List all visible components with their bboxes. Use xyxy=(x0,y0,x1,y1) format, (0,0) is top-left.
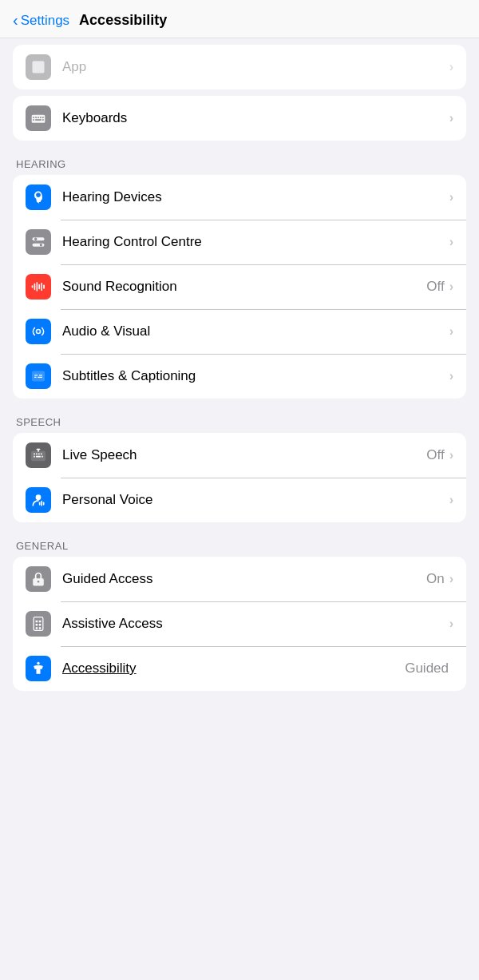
hearing-devices-label: Hearing Devices xyxy=(62,189,449,205)
nav-bar: ‹ Settings Accessibility xyxy=(0,0,479,38)
speech-group: Live Speech Off › Personal Voice › xyxy=(13,433,466,522)
assistive-access-row[interactable]: Assistive Access › xyxy=(13,601,466,646)
accessibility-shortcut-icon xyxy=(26,656,51,681)
svg-rect-25 xyxy=(34,375,38,375)
guided-access-value: On xyxy=(426,571,445,587)
partial-row[interactable]: App › xyxy=(13,45,466,89)
svg-rect-9 xyxy=(37,119,41,121)
svg-rect-20 xyxy=(41,283,42,291)
svg-rect-49 xyxy=(36,627,38,629)
keyboards-label: Keyboards xyxy=(62,110,449,126)
live-speech-value: Off xyxy=(426,447,444,463)
svg-rect-7 xyxy=(33,119,34,121)
toggle-icon-svg xyxy=(30,234,46,250)
audio-icon-svg xyxy=(30,323,46,339)
speech-section: SPEECH Live Speech Off › xyxy=(0,416,479,522)
svg-point-42 xyxy=(38,581,40,583)
svg-rect-30 xyxy=(34,454,35,455)
top-partial-group: App › xyxy=(13,45,466,89)
general-section: GENERAL Guided Access On › xyxy=(0,540,479,691)
svg-rect-32 xyxy=(38,454,40,455)
live-speech-chevron: › xyxy=(449,448,453,462)
svg-rect-48 xyxy=(39,624,42,626)
live-speech-label: Live Speech xyxy=(62,447,426,463)
svg-rect-18 xyxy=(37,282,38,292)
general-group: Guided Access On › Assistive Access › xyxy=(13,557,466,691)
svg-rect-21 xyxy=(43,285,45,289)
subtitles-captioning-icon xyxy=(26,363,51,389)
live-speech-row[interactable]: Live Speech Off › xyxy=(13,433,466,478)
sound-recognition-row[interactable]: Sound Recognition Off › xyxy=(13,264,466,309)
accessibility-icon-svg xyxy=(30,661,46,676)
page-title: Accessibility xyxy=(79,12,167,29)
sound-recognition-icon xyxy=(26,274,51,300)
svg-rect-31 xyxy=(36,454,38,455)
svg-rect-45 xyxy=(36,621,38,623)
sound-recognition-value: Off xyxy=(426,279,444,295)
keyboards-chevron: › xyxy=(449,111,453,125)
guided-access-row[interactable]: Guided Access On › xyxy=(13,557,466,601)
svg-rect-46 xyxy=(39,621,42,623)
svg-point-37 xyxy=(36,494,42,500)
svg-rect-19 xyxy=(38,284,40,290)
sound-recognition-chevron: › xyxy=(449,280,453,294)
lock-icon-svg xyxy=(30,571,46,587)
assistive-access-label: Assistive Access xyxy=(62,616,449,632)
svg-rect-34 xyxy=(34,456,35,458)
svg-point-23 xyxy=(37,330,39,332)
partial-label: App xyxy=(62,59,449,75)
svg-rect-47 xyxy=(36,624,38,626)
svg-rect-11 xyxy=(42,119,44,121)
subtitles-icon-svg xyxy=(30,368,46,384)
accessibility-shortcut-value: Guided xyxy=(405,661,449,676)
hearing-header: HEARING xyxy=(0,158,479,175)
svg-rect-4 xyxy=(38,117,39,118)
hearing-group: Hearing Devices › Hearing Control Centre… xyxy=(13,175,466,399)
accessibility-shortcut-label: Accessibility xyxy=(62,661,405,676)
live-speech-icon xyxy=(26,442,51,468)
phone-grid-icon-svg xyxy=(30,616,46,632)
keyboards-group: Keyboards › xyxy=(13,96,466,141)
keyboards-row[interactable]: Keyboards › xyxy=(13,96,466,141)
hearing-control-centre-label: Hearing Control Centre xyxy=(62,234,449,250)
svg-rect-2 xyxy=(33,117,34,118)
back-button[interactable]: ‹ Settings xyxy=(13,11,69,30)
soundwave-icon-svg xyxy=(30,279,46,295)
guided-access-label: Guided Access xyxy=(62,571,426,587)
audio-visual-row[interactable]: Audio & Visual › xyxy=(13,309,466,354)
assistive-access-icon xyxy=(26,611,51,637)
svg-rect-14 xyxy=(33,244,45,247)
personal-voice-icon xyxy=(26,487,51,513)
svg-rect-28 xyxy=(38,377,42,378)
hearing-control-centre-icon xyxy=(26,229,51,255)
personal-voice-row[interactable]: Personal Voice › xyxy=(13,478,466,522)
back-label: Settings xyxy=(21,13,69,29)
general-header: GENERAL xyxy=(0,540,479,557)
subtitles-captioning-chevron: › xyxy=(449,369,453,383)
accessibility-shortcut-row[interactable]: Accessibility Guided xyxy=(13,646,466,691)
svg-rect-3 xyxy=(35,117,37,118)
hearing-devices-icon xyxy=(26,184,51,210)
svg-rect-27 xyxy=(34,377,37,378)
keyboard-icon-svg xyxy=(30,110,46,126)
hearing-control-centre-chevron: › xyxy=(449,235,453,249)
partial-chevron: › xyxy=(449,60,453,74)
audio-visual-label: Audio & Visual xyxy=(62,323,449,339)
svg-rect-0 xyxy=(33,61,45,73)
sound-recognition-label: Sound Recognition xyxy=(62,279,426,295)
audio-visual-icon xyxy=(26,319,51,344)
svg-rect-24 xyxy=(33,371,45,381)
svg-rect-38 xyxy=(41,501,42,506)
svg-rect-50 xyxy=(39,627,42,629)
personal-voice-chevron: › xyxy=(449,493,453,507)
hearing-control-centre-row[interactable]: Hearing Control Centre › xyxy=(13,220,466,264)
subtitles-captioning-row[interactable]: Subtitles & Captioning › xyxy=(13,354,466,399)
partial-icon-svg xyxy=(30,59,46,75)
subtitles-captioning-label: Subtitles & Captioning xyxy=(62,368,449,384)
svg-rect-36 xyxy=(42,456,43,458)
svg-rect-10 xyxy=(40,119,42,121)
back-chevron-icon: ‹ xyxy=(13,11,18,30)
hearing-devices-chevron: › xyxy=(449,190,453,204)
hearing-devices-row[interactable]: Hearing Devices › xyxy=(13,175,466,220)
svg-rect-40 xyxy=(43,502,45,506)
